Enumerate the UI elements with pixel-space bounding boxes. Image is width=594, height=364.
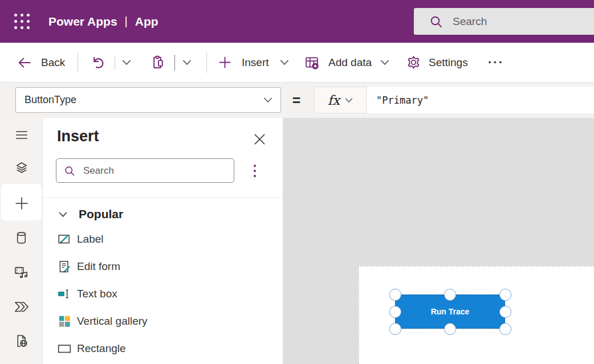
chevron-down-icon xyxy=(122,59,131,66)
chevron-down-icon xyxy=(380,59,389,66)
insert-item-edit-form[interactable]: Edit form xyxy=(43,253,283,280)
tree-view-icon xyxy=(14,161,29,175)
insert-search-input[interactable] xyxy=(82,165,213,177)
chevron-down-icon xyxy=(59,211,67,218)
chevron-down-icon xyxy=(182,59,192,66)
insert-panel-title: Insert xyxy=(57,128,99,145)
waffle-menu-button[interactable] xyxy=(9,9,34,34)
insert-item-text: Label xyxy=(77,233,104,246)
add-data-table-icon xyxy=(304,55,320,71)
equals-sign: = xyxy=(288,83,305,118)
insert-item-text-box[interactable]: Text box xyxy=(43,280,283,308)
insert-item-vertical-gallery[interactable]: Vertical gallery xyxy=(43,308,283,335)
back-arrow-icon xyxy=(17,55,32,70)
insert-item-text: Vertical gallery xyxy=(77,315,148,328)
insert-menu-button[interactable]: Insert xyxy=(219,43,289,82)
chevron-down-icon xyxy=(263,97,272,103)
search-icon xyxy=(64,165,75,177)
undo-icon xyxy=(90,55,105,70)
header-search-box[interactable] xyxy=(414,8,594,35)
canvas-button-label: Run Trace xyxy=(431,307,470,316)
settings-button[interactable]: Settings xyxy=(406,43,468,82)
rail-item-media[interactable] xyxy=(0,258,43,285)
back-button[interactable]: Back xyxy=(17,43,65,82)
selection-handle-s[interactable] xyxy=(444,323,456,335)
undo-button[interactable] xyxy=(90,43,105,82)
label-icon xyxy=(57,232,72,247)
selection-handle-n[interactable] xyxy=(444,289,456,301)
panel-separator xyxy=(43,197,283,198)
rail-item-advanced-tools[interactable] xyxy=(0,327,43,354)
close-panel-button[interactable] xyxy=(251,131,267,147)
panel-more-options-button[interactable] xyxy=(250,162,260,180)
power-apps-studio: Power Apps | App Back xyxy=(0,0,594,364)
toolbar-divider xyxy=(206,52,207,73)
power-automate-icon xyxy=(14,298,29,314)
paste-clipboard-icon xyxy=(150,55,166,70)
media-icon xyxy=(14,264,29,280)
selection-handle-se[interactable] xyxy=(499,323,511,335)
command-toolbar: Back I xyxy=(0,43,594,83)
toolbar-divider xyxy=(174,55,175,71)
rail-item-collapse[interactable] xyxy=(0,121,43,149)
add-data-button[interactable]: Add data xyxy=(304,43,389,82)
search-icon xyxy=(429,15,443,28)
popular-section-label: Popular xyxy=(79,207,123,221)
selection-handle-ne[interactable] xyxy=(499,289,511,301)
add-data-label: Add data xyxy=(328,56,372,69)
undo-redo-dropdown[interactable] xyxy=(122,43,131,82)
property-name: ButtonType xyxy=(25,94,76,106)
insert-item-text: Edit form xyxy=(77,260,120,273)
left-rail xyxy=(0,118,43,364)
fx-label: fx xyxy=(328,93,340,108)
formula-input-area xyxy=(367,87,594,113)
vertical-gallery-icon xyxy=(57,314,72,329)
hamburger-icon xyxy=(14,128,29,142)
title-separator: | xyxy=(125,15,128,28)
selection-handle-e[interactable] xyxy=(499,306,511,318)
app-name: App xyxy=(135,15,158,28)
rail-item-data[interactable] xyxy=(0,224,43,251)
insert-menu-label: Insert xyxy=(242,56,269,69)
insert-item-label[interactable]: Label xyxy=(43,226,283,253)
insert-panel: Insert Popular L xyxy=(43,118,283,364)
app-header: Power Apps | App xyxy=(0,0,594,43)
toolbar-divider xyxy=(115,55,115,70)
gear-icon xyxy=(406,55,421,70)
kebab-dot xyxy=(254,165,256,167)
fx-dropdown[interactable]: fx xyxy=(314,87,367,113)
selection-handle-nw[interactable] xyxy=(389,289,401,301)
formula-input[interactable] xyxy=(367,94,577,107)
property-dropdown[interactable]: ButtonType xyxy=(15,87,281,113)
insert-item-text: Text box xyxy=(77,288,117,300)
popular-section-header[interactable]: Popular xyxy=(43,202,283,226)
kebab-dot xyxy=(254,170,256,172)
insert-plus-icon xyxy=(14,195,30,211)
chevron-down-icon xyxy=(345,97,353,103)
formula-bar: ButtonType = fx xyxy=(0,83,594,118)
rail-item-tree-view[interactable] xyxy=(0,154,43,182)
more-commands-button[interactable]: ··· xyxy=(488,43,504,82)
insert-item-text: Rectangle xyxy=(77,342,126,355)
rail-item-power-automate[interactable] xyxy=(0,292,43,320)
waffle-icon xyxy=(14,14,30,29)
edit-form-icon xyxy=(57,259,72,274)
insert-search-box[interactable] xyxy=(56,158,234,183)
product-name: Power Apps xyxy=(48,15,117,28)
header-search-input[interactable] xyxy=(451,15,565,28)
selection-handle-w[interactable] xyxy=(389,306,401,318)
chevron-down-icon xyxy=(280,59,289,66)
insert-item-rectangle[interactable]: Rectangle xyxy=(43,335,283,362)
plus-icon xyxy=(219,56,231,68)
selection-handle-sw[interactable] xyxy=(389,323,401,335)
canvas-area[interactable]: Run Trace xyxy=(283,118,594,364)
kebab-dot xyxy=(254,175,256,177)
app-title: Power Apps | App xyxy=(48,0,158,43)
settings-label: Settings xyxy=(429,56,468,69)
data-icon xyxy=(14,231,29,245)
rail-item-insert[interactable] xyxy=(0,190,43,217)
document-globe-icon xyxy=(14,333,29,349)
paste-dropdown[interactable] xyxy=(182,43,192,82)
paste-button[interactable] xyxy=(150,43,166,82)
text-box-icon xyxy=(57,287,72,301)
